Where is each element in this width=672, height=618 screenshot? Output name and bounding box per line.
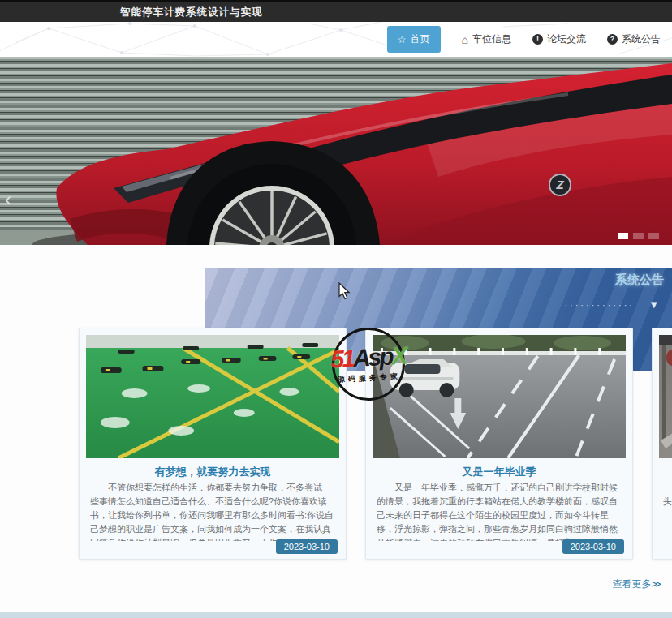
info-circle-icon: ! — [532, 34, 543, 45]
carousel-prev-button[interactable]: ‹ — [5, 190, 11, 209]
star-icon: ☆ — [398, 35, 407, 45]
footer-strip — [0, 612, 672, 618]
carousel-indicator-2[interactable] — [633, 233, 644, 239]
carousel-indicators — [618, 233, 659, 239]
card-3-body: 置身其中，思绪飞起，阳光掠影，云彩之间，一并涌上心头。 — [663, 481, 672, 541]
announcement-card-3[interactable]: 置身其中，思绪飞起，阳光掠影，云彩之间，一并涌上心头。 — [652, 328, 672, 560]
announcement-banner-title: 系统公告 — [615, 273, 664, 288]
carousel-indicator-1[interactable] — [618, 233, 628, 239]
card-1-body: 不管你想要怎样的生活，你都要去努力争取，不多尝试一些事情怎么知道自己适合什么、不… — [90, 481, 335, 541]
nav-tab-home[interactable]: ☆ 首页 — [387, 26, 441, 53]
announcement-card-2[interactable]: 又是一年毕业季 又是一年毕业季，感慨万千，还记的自己刚进学校那时候的情景，我拖着… — [365, 328, 633, 560]
view-more-link[interactable]: 查看更多≫ — [612, 577, 661, 591]
hero-carousel: Z ‹ — [0, 57, 672, 245]
page-title: 智能停车计费系统设计与实现 — [120, 6, 263, 19]
red-car-hero-image: Z — [0, 57, 672, 245]
nav-tab-parking-info[interactable]: ⌂ 车位信息 — [462, 32, 511, 46]
nav-tab-home-label: 首页 — [411, 32, 430, 46]
card-1-image-parking-garage — [86, 335, 339, 458]
svg-text:Z: Z — [555, 178, 564, 191]
card-1-date-badge: 2023-03-10 — [276, 539, 338, 554]
card-1-title: 有梦想，就要努力去实现 — [80, 465, 346, 479]
nav-tab-parking-info-label: 车位信息 — [472, 32, 511, 46]
window-titlebar: 智能停车计费系统设计与实现 — [0, 0, 672, 22]
nav-tab-forum-label: 论坛交流 — [547, 32, 586, 46]
card-2-title: 又是一年毕业季 — [366, 465, 632, 479]
card-3-image — [659, 335, 672, 458]
carousel-indicator-3[interactable] — [648, 233, 659, 239]
nav-tab-announcements[interactable]: ? 系统公告 — [607, 32, 661, 46]
nav-tab-announcements-label: 系统公告 — [622, 32, 661, 46]
dotted-divider: ············· — [564, 300, 635, 310]
announcement-card-1[interactable]: 有梦想，就要努力去实现 不管你想要怎样的生活，你都要去努力争取，不多尝试一些事情… — [79, 328, 347, 560]
nav-items: ☆ 首页 ⌂ 车位信息 ! 论坛交流 ? 系统公告 — [387, 22, 661, 57]
card-2-date-badge: 2023-03-10 — [562, 539, 624, 554]
chevron-down-icon[interactable]: ▼ — [648, 298, 659, 311]
z-emblem: Z — [549, 174, 571, 195]
card-2-body: 又是一年毕业季，感慨万千，还记的自己刚进学校那时候的情景，我拖着沉重的行李箱站在… — [377, 481, 622, 541]
page: 智能停车计费系统设计与实现 ☆ 首页 ⌂ 车位信息 ! — [0, 0, 672, 618]
main-nav: ☆ 首页 ⌂ 车位信息 ! 论坛交流 ? 系统公告 — [0, 22, 672, 57]
home-icon: ⌂ — [462, 34, 468, 45]
nav-tab-forum[interactable]: ! 论坛交流 — [532, 32, 586, 46]
card-2-image-street-parking — [373, 335, 626, 458]
question-circle-icon: ? — [607, 34, 618, 45]
